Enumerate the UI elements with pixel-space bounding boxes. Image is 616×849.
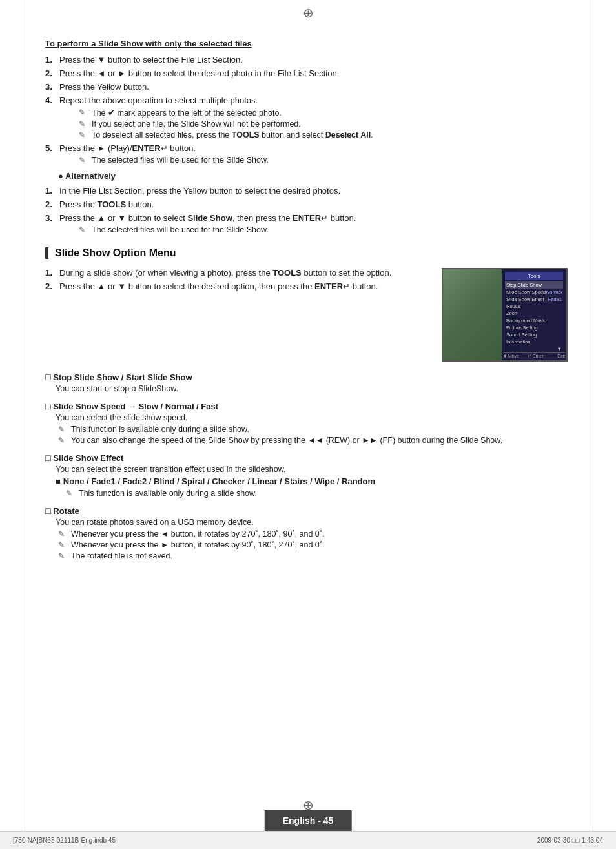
tools-menu-overlay: Tools Stop Slide Show Slide Show Speed N… [502,269,566,360]
intro-step2: 2. Press the ▲ or ▼ button to select the… [45,281,431,291]
speed-note1: This function is available only during a… [58,425,571,434]
effect-types-text: None / Fade1 / Fade2 / Blind / Spiral / … [63,476,375,486]
menu-item-bgmusic: Background Music [505,317,563,324]
step4-notes: The ✔ mark appears to the left of the se… [59,108,571,139]
alt-step3-notes: The selected files will be used for the … [59,225,571,234]
footer-move: ❖ Move [503,354,519,359]
section2-title: Slide Show Option Menu [55,247,571,259]
tv-mockup-col: Tools Stop Slide Show Slide Show Speed N… [442,268,571,362]
rotate-title: Rotate [45,506,571,516]
step2: 2. Press the ◄ or ► button to select the… [45,68,571,78]
alt-step2: 2. Press the TOOLS button. [45,199,571,209]
page-container: ⊕ To perform a Slide Show with only the … [0,0,616,849]
speed-notes: This function is available only during a… [45,425,571,445]
subsection-effect: Slide Show Effect You can select the scr… [45,453,571,498]
note4-3: To deselect all selected files, press th… [79,130,571,139]
menu-item-zoom: Zoom [505,310,563,317]
alternatively-section: Alternatively [58,171,571,181]
page-number: English - 45 [265,810,352,831]
footer-enter: ↵ Enter [528,354,544,359]
step3: 3. Press the Yellow button. [45,82,571,92]
step1-num: 1. [45,55,52,65]
intro-step1: 1. During a slide show (or when viewing … [45,268,431,278]
footer-exit: ← Exit [551,354,565,359]
effect-title: Slide Show Effect [45,453,571,463]
alt-step2-num: 2. [45,199,52,209]
menu-item-rotate: Rotate [505,303,563,310]
tv-screen: Tools Stop Slide Show Slide Show Speed N… [442,268,568,362]
effect-note1: This function is available only during a… [66,489,571,498]
step4: 4. Repeat the above operation to select … [45,96,571,139]
margin-line-left [25,0,25,849]
alternatively-steps: 1. In the File List Section, press the Y… [45,186,571,234]
footer-right: 2009-03-30 □□ 1:43:04 [537,837,603,844]
alternatively-title: Alternatively [58,171,571,181]
rotate-note2: Whenever you press the ► button, it rota… [58,540,571,549]
subsection-rotate: Rotate You can rotate photos saved on a … [45,506,571,560]
step5-notes: The selected files will be used for the … [59,156,571,165]
subsection-stop: Stop Slide Show / Start Slide Show You c… [45,372,571,393]
intro-text-col: 1. During a slide show (or when viewing … [45,268,431,362]
stop-title: Stop Slide Show / Start Slide Show [45,372,571,382]
section2-header: Slide Show Option Menu [45,247,571,259]
menu-item-picture: Picture Setting [505,324,563,331]
step2-num: 2. [45,68,52,78]
step4-num: 4. [45,96,52,105]
menu-item-speed: Slide Show Speed Normal [505,289,563,296]
menu-item-sound: Sound Setting [505,331,563,338]
intro-steps: 1. During a slide show (or when viewing … [45,268,431,291]
effect-body: You can select the screen transition eff… [45,465,571,474]
menu-speed-val: Normal [546,289,562,295]
intro-step1-num: 1. [45,268,52,278]
effect-types-container: ■ None / Fade1 / Fade2 / Blind / Spiral … [45,476,571,498]
rotate-note1: Whenever you press the ◄ button, it rota… [58,529,571,538]
section2-intro: 1. During a slide show (or when viewing … [45,268,571,362]
rotate-notes: Whenever you press the ◄ button, it rota… [45,529,571,560]
step5-num: 5. [45,143,52,153]
alt-step1: 1. In the File List Section, press the Y… [45,186,571,196]
step1: 1. Press the ▼ button to select the File… [45,55,571,65]
footer-bar: [750-NA]BN68-02111B-Eng.indb 45 2009-03-… [0,831,616,849]
menu-effect-val: Fade1 [548,296,562,302]
intro-step2-num: 2. [45,281,52,291]
effect-notes: This function is available only during a… [56,489,571,498]
note4-1: The ✔ mark appears to the left of the se… [79,108,571,118]
menu-footer: ❖ Move ↵ Enter ← Exit [503,352,565,359]
alt-note3-1: The selected files will be used for the … [79,225,571,234]
alt-step3: 3. Press the ▲ or ▼ button to select Sli… [45,213,571,234]
margin-line-right [591,0,591,849]
section1: To perform a Slide Show with only the se… [45,39,571,234]
subsection-speed: Slide Show Speed → Slow / Normal / Fast … [45,401,571,445]
menu-item-effect: Slide Show Effect Fade1 [505,296,563,303]
alt-step1-num: 1. [45,186,52,196]
menu-item-info: Information [505,338,563,345]
stop-body: You can start or stop a SlideShow. [45,384,571,393]
rotate-note3: The rotated file is not saved. [58,551,571,560]
rotate-body: You can rotate photos saved on a USB mem… [45,518,571,527]
speed-title: Slide Show Speed → Slow / Normal / Fast [45,401,571,411]
effect-types-label: ■ None / Fade1 / Fade2 / Blind / Spiral … [56,476,571,486]
menu-item-stop: Stop Slide Show [505,281,563,289]
note5-1: The selected files will be used for the … [79,156,571,165]
top-crosshair: ⊕ [303,5,314,21]
footer-left: [750-NA]BN68-02111B-Eng.indb 45 [13,837,116,844]
square-icon: ■ [56,476,61,486]
speed-note2: You can also change the speed of the Sli… [58,436,571,445]
section1-steps: 1. Press the ▼ button to select the File… [45,55,571,165]
section1-title: To perform a Slide Show with only the se… [45,39,571,48]
alt-step3-num: 3. [45,213,52,223]
step5: 5. Press the ► (Play)/ENTER↵ button. The… [45,143,571,165]
menu-title: Tools [505,272,563,280]
speed-body: You can select the slide show speed. [45,413,571,422]
step3-num: 3. [45,82,52,92]
note4-2: If you select one file, the Slide Show w… [79,119,571,128]
